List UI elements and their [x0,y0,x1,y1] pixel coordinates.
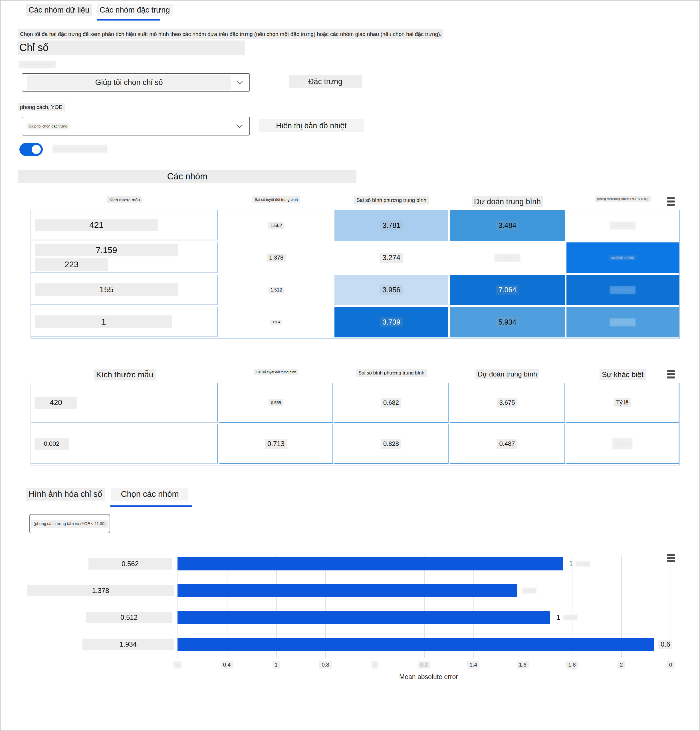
x-tick-label: 0.8 [319,661,331,669]
cell-value: 0.487 [497,439,517,449]
y-axis-label: 0.512 [86,612,172,623]
column-header: Sai số tuyệt đối trung bình [252,196,300,203]
x-tick-label: ·· [174,661,182,669]
cell-value: 1.934 [270,320,282,324]
heatmap-cell: 1.512 [220,274,333,305]
heatmap-cell: 3.274 [334,242,448,273]
bar-value-label: 1··· ·· ···· [554,612,578,623]
heatmap-cell: 7.064 [450,274,565,305]
feature-label: Đặc trưng [289,75,362,88]
column-header: (phong cách trong tab) và (YOE < 11.00) [595,196,651,202]
metric-cell: 0.713 [219,424,333,464]
x-tick-label: 0 [667,661,675,669]
illegible-cell-text: ··· ···· ·· ·· [494,254,520,262]
viz-active-tab-underline [110,505,192,507]
page-description: Chọn tối đa hai đặc trưng để xem phân tí… [18,29,443,39]
metric-dropdown-value: Giúp tôi chọn chỉ số [27,75,231,90]
x-axis-title: Mean absolute error [399,673,458,681]
column-header: Sự khác biệt [600,369,646,380]
heatmap-cell: ··· ···· ·· ·· [566,307,679,338]
heatmap-cell: 3.956 [334,274,448,305]
illegible-cell-text: ···· ····· [612,438,632,449]
cell-value: 1.378 [267,254,286,262]
bar-value-label: 0.6 [658,639,672,650]
cohort-size-cell: 7.159223 [31,242,218,273]
cohort-chip[interactable]: (phong cách trong tab) và (YOE < 11.00) [29,514,110,533]
tab-metric-visualizations[interactable]: Hình ảnh hóa chỉ số [26,488,105,501]
bar [178,638,654,651]
active-tab-underline [97,19,160,21]
cell-value: 1.562 [268,222,284,229]
metric-heading-highlight [18,41,245,55]
row-label-cell: 420 [31,383,218,423]
cell-value: 1.512 [268,287,284,294]
heatmap-cell: 5.934 [450,307,565,338]
cell-value: 7.064 [496,285,519,295]
feature-dropdown[interactable]: Giúp tôi chọn đặc trưng [22,117,250,135]
x-tick-label: 1.6 [516,661,528,669]
feature-dropdown-value: Giúp tôi chọn đặc trưng [27,123,69,129]
column-header: Kích thước mẫu [94,369,156,380]
cell-value: 0.555 [269,399,283,406]
bar [178,611,550,624]
cohort-size-value: 223 [35,258,108,271]
selected-features-label: phong cách, YOE [18,103,65,111]
heatmap-toggle-label: Hiển thị bản đồ nhiệt [259,119,364,132]
tab-data-cohorts[interactable]: Các nhóm dữ liệu [26,4,92,16]
illegible-cell-text: ··· ···· ·· ·· [610,222,635,230]
y-axis-label: 1.934 [82,639,174,650]
x-tick-label: 2 [618,661,625,669]
x-tick-label: 1.8 [566,661,578,669]
column-header: Sai số bình phương trung bình [356,369,426,377]
heatmap-cell: ··· ···· ·· ·· [450,242,565,273]
column-header: Sai số bình phương trung bình [354,196,429,204]
y-axis-label: 0.562 [88,558,172,570]
metric-cell: 0.682 [334,383,449,423]
metric-section-title: Chỉ số [19,42,49,54]
cell-value: 5.934 [496,317,519,327]
heatmap-cell: ··· ···· ·· ·· [566,210,679,241]
cell-value: 3.675 [497,398,517,408]
column-header: Dự đoán trung bình [472,196,543,207]
column-header: Dự đoán trung bình [475,369,539,379]
table2-menu-icon[interactable] [667,370,675,380]
heatmap-cell: và (YOE < 7.00) [566,242,679,273]
cell-value: 3.739 [380,317,403,327]
bar-value-label: 1··· ·· ···· [567,558,590,569]
chart-menu-icon[interactable] [667,554,675,563]
cell-value: 3.274 [380,253,403,263]
row-label-value: 0.002 [35,438,69,450]
metric-cell: 0.828 [334,424,449,464]
x-tick-label: 0.4 [221,661,233,669]
x-tick-label: 1 [272,661,280,669]
table1-menu-icon[interactable] [667,197,675,207]
row-label-cell: 0.002 [31,424,218,464]
heatmap-cell: 3.781 [334,210,448,241]
cell-value: Tỷ lệ [614,398,631,407]
cell-value: 3.484 [496,220,519,230]
cohorts-banner: Các nhóm [18,170,356,183]
heatmap-cell: 3.484 [450,210,565,241]
heatmap-cell: 1.562 [220,210,333,241]
column-header: Sai số tuyệt đối trung bình [254,369,298,375]
cohort-size-value: 155 [35,283,178,296]
feature-cohorts-page: Các nhóm dữ liệu Các nhóm đặc trưng Chọn… [0,0,700,731]
bar-value-label: ··· ·· ···· [521,585,537,596]
metric-dropdown[interactable]: Giúp tôi chọn chỉ số [22,73,250,91]
y-axis-label: 1.378 [27,585,174,596]
cell-value: 0.682 [381,398,401,408]
cell-value: và (YOE < 7.00) [609,255,636,260]
cohort-size-value: 1 [35,316,172,328]
metric-cell: 0.487 [450,424,565,464]
metric-cell: 0.555 [219,383,333,423]
x-tick-label: 1.4 [468,661,479,669]
tab-select-cohorts[interactable]: Chọn các nhóm [111,488,188,501]
illegible-cell-text: ··· ···· ·· ·· [610,286,635,294]
tab-feature-cohorts[interactable]: Các nhóm đặc trưng [97,4,173,16]
cohort-size-cell: 1 [31,307,218,337]
heatmap-toggle[interactable] [19,143,43,156]
heatmap-cell: ··· ···· ·· ·· [566,274,679,305]
cohorts-banner-label: Các nhóm [167,172,207,182]
metric-cell: 3.675 [450,383,565,423]
illegible-toggle-caption: ·· ···· ······ ·· ···· ·· ···· ····· ···… [53,145,107,153]
